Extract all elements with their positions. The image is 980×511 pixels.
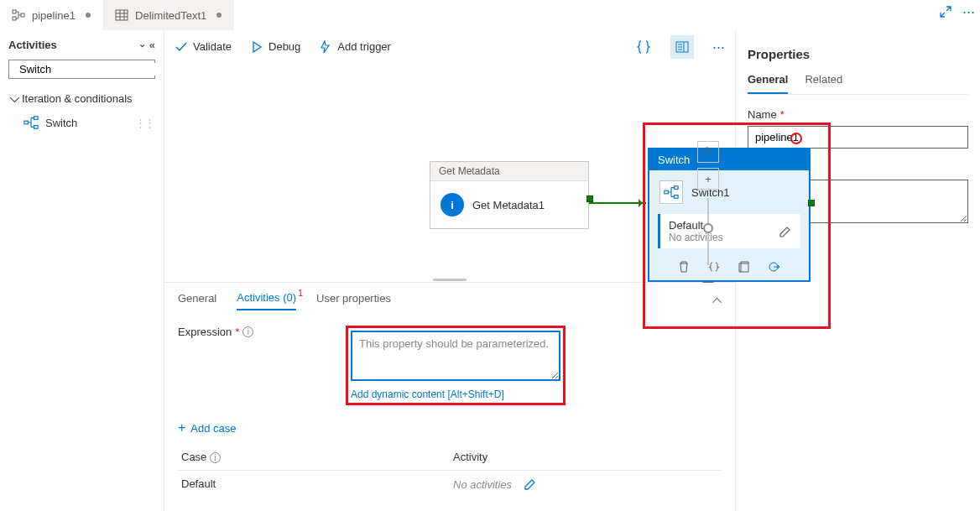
pipeline-toolbar: Validate Debug Add trigger ···	[164, 30, 735, 64]
debug-label: Debug	[268, 40, 300, 53]
add-trigger-label: Add trigger	[337, 40, 391, 53]
debug-button[interactable]: Debug	[250, 40, 300, 54]
svg-rect-5	[24, 121, 29, 124]
props-tab-general[interactable]: General	[748, 73, 788, 94]
svg-rect-2	[21, 13, 24, 17]
tab-label: DelimitedText1	[135, 9, 206, 22]
tab-user-properties[interactable]: User properties	[316, 292, 391, 310]
output-port[interactable]	[586, 196, 593, 202]
validate-label: Validate	[193, 40, 232, 53]
expand-icon[interactable]	[939, 5, 952, 18]
validation-error-icon	[790, 133, 802, 144]
switch-default-case[interactable]: Default No activities	[658, 214, 800, 248]
info-icon: i	[440, 193, 464, 216]
pipeline-canvas[interactable]: Get Metadata i Get Metadata1 Switch	[164, 64, 735, 277]
pencil-icon[interactable]	[524, 477, 537, 491]
modified-dot-icon	[86, 13, 91, 18]
tab-label: pipeline1	[32, 9, 76, 22]
props-tab-related[interactable]: Related	[805, 73, 842, 94]
svg-rect-3	[116, 10, 128, 20]
search-field[interactable]	[19, 63, 160, 76]
add-case-button[interactable]: + Add case	[178, 420, 722, 435]
node-get-metadata[interactable]: Get Metadata i Get Metadata1	[430, 161, 589, 229]
chevron-down-icon	[10, 92, 19, 102]
tab-activities[interactable]: Activities (0)1	[237, 291, 296, 310]
add-trigger-button[interactable]: Add trigger	[319, 40, 391, 54]
table-row: Default No activities	[178, 471, 722, 498]
node-action-bar	[649, 255, 809, 280]
output-port[interactable]	[808, 200, 815, 206]
modified-dot-icon	[216, 13, 222, 18]
search-canvas-button[interactable]	[697, 141, 719, 163]
switch-icon	[23, 115, 39, 130]
node-name-label: Get Metadata1	[472, 199, 545, 211]
svg-rect-0	[13, 10, 16, 13]
svg-point-14	[704, 148, 711, 154]
copy-icon[interactable]	[738, 260, 751, 274]
column-activity: Activity	[450, 444, 722, 470]
expand-activity-icon[interactable]	[768, 260, 781, 274]
zoom-in-button[interactable]: +	[697, 168, 719, 190]
info-icon[interactable]: i	[210, 452, 221, 463]
case-table: Case i Activity Default No activities	[178, 444, 722, 498]
tab-general[interactable]: General	[178, 292, 216, 310]
activity-switch[interactable]: Switch ⋮⋮	[8, 110, 155, 135]
switch-icon	[659, 180, 683, 204]
required-indicator: *	[235, 326, 239, 338]
pipeline-icon	[12, 8, 25, 22]
node-type-label: Get Metadata	[430, 162, 588, 181]
highlight-box: Add dynamic content [Alt+Shift+D]	[346, 326, 566, 405]
tab-pipeline1[interactable]: pipeline1	[0, 0, 103, 30]
check-icon	[175, 40, 188, 54]
case-name: Default	[178, 471, 450, 498]
top-right-actions: ···	[939, 5, 975, 18]
activity-search-input[interactable]	[8, 60, 155, 79]
delete-icon[interactable]	[677, 260, 691, 274]
svg-rect-6	[34, 117, 39, 120]
braces-icon[interactable]	[635, 39, 652, 55]
tab-delimitedtext1[interactable]: DelimitedText1	[103, 0, 234, 30]
column-case: Case	[181, 451, 206, 463]
required-indicator: *	[780, 108, 785, 121]
activity-label: Switch	[45, 117, 77, 129]
info-icon[interactable]: i	[242, 326, 253, 337]
drag-handle-icon: ⋮⋮	[135, 117, 154, 129]
properties-toggle-button[interactable]	[670, 35, 694, 59]
node-type-label: Switch	[658, 154, 690, 166]
zoom-out-button[interactable]: —	[703, 275, 714, 288]
node-switch[interactable]: Switch Switch1 Default No activities	[648, 148, 811, 282]
svg-rect-1	[13, 17, 16, 20]
svg-rect-10	[675, 186, 679, 190]
svg-rect-11	[675, 196, 679, 199]
zoom-thumb[interactable]	[703, 223, 713, 233]
trigger-icon	[319, 40, 332, 54]
expression-input[interactable]	[351, 331, 560, 381]
expression-label: Expression	[178, 326, 232, 338]
chevron-expand-icon[interactable]: ⌄	[138, 39, 146, 51]
activities-sidebar: Activities ⌄ « Iteration & conditionals …	[0, 30, 164, 511]
properties-title: Properties	[748, 47, 968, 61]
canvas-zoom-tools: + —	[696, 141, 720, 288]
zoom-slider[interactable]	[707, 198, 709, 265]
connection-arrow	[589, 202, 646, 204]
editor-tabs: pipeline1 DelimitedText1 ···	[0, 0, 980, 30]
more-menu-button[interactable]: ···	[962, 8, 975, 16]
pencil-icon[interactable]	[779, 225, 792, 238]
toolbar-more-button[interactable]: ···	[712, 43, 725, 51]
add-dynamic-content-link[interactable]: Add dynamic content [Alt+Shift+D]	[351, 388, 560, 400]
category-iteration[interactable]: Iteration & conditionals	[8, 87, 155, 110]
dataset-icon	[115, 8, 128, 22]
play-icon	[250, 40, 263, 54]
collapse-panel-icon[interactable]: «	[149, 39, 155, 51]
name-label: Name	[748, 108, 777, 121]
validate-button[interactable]: Validate	[175, 40, 232, 54]
svg-rect-7	[34, 126, 39, 129]
svg-rect-12	[741, 263, 748, 272]
no-activities-text: No activities	[453, 478, 512, 491]
svg-rect-9	[665, 190, 669, 194]
sidebar-title: Activities	[8, 39, 57, 51]
category-label: Iteration & conditionals	[22, 92, 133, 105]
